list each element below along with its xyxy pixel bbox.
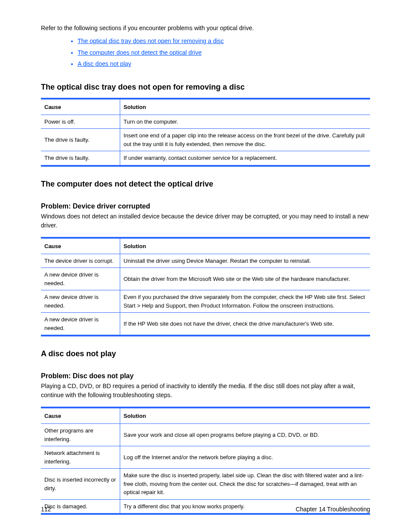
table-row: A new device driver is needed. Even if y… [41,290,370,313]
cell-solution: Even if you purchased the drive separate… [120,290,370,313]
cell-cause: The drive is faulty. [41,151,120,166]
cell-solution: Uninstall the driver using Device Manage… [120,254,370,268]
table-row: Other programs are interfering. Save you… [41,424,370,446]
table-row: Disc is inserted incorrectly or dirty. M… [41,469,370,500]
table-row: The device driver is corrupt. Uninstall … [41,254,370,268]
cell-solution: Insert one end of a paper clip into the … [120,129,370,151]
troubleshooting-table: Cause Solution The device driver is corr… [41,237,370,337]
cell-solution: If under warranty, contact customer serv… [120,151,370,166]
section-title: A disc does not play [41,349,370,358]
cell-cause: The device driver is corrupt. [41,254,120,268]
list-item: A disc does not play [78,58,370,70]
cell-solution: Save your work and close all open progra… [120,424,370,446]
problem-heading: Problem: Device driver corrupted [41,202,370,210]
col-header-solution: Solution [120,99,370,115]
col-header-solution: Solution [120,238,370,254]
col-header-cause: Cause [41,408,120,424]
table-row: The drive is faulty. Insert one end of a… [41,129,370,151]
table-row: A new device driver is needed. Obtain th… [41,268,370,290]
cell-cause: Disc is inserted incorrectly or dirty. [41,469,120,500]
table-row: Power is off. Turn on the computer. [41,115,370,129]
table-row: The drive is faulty. If under warranty, … [41,151,370,166]
cell-cause: The drive is faulty. [41,129,120,151]
table-header-row: Cause Solution [41,99,370,115]
page-number: 112 [41,506,51,513]
cell-cause: Other programs are interfering. [41,424,120,446]
chapter-title: Chapter 14 Troubleshooting [296,506,370,513]
troubleshooting-table: Cause Solution Other programs are interf… [41,407,370,515]
troubleshooting-table: Cause Solution Power is off. Turn on the… [41,98,370,167]
col-header-cause: Cause [41,238,120,254]
link-list: The optical disc tray does not open for … [41,35,370,70]
col-header-solution: Solution [120,408,370,424]
cell-cause: A new device driver is needed. [41,313,120,336]
table-header-row: Cause Solution [41,408,370,424]
table-row: A new device driver is needed. If the HP… [41,313,370,336]
section-title: The computer does not detect the optical… [41,180,370,189]
cell-solution: If the HP Web site does not have the dri… [120,313,370,336]
cell-solution: Make sure the disc is inserted properly,… [120,469,370,500]
table-row: Network attachment is interfering. Log o… [41,446,370,469]
cell-solution: Turn on the computer. [120,115,370,129]
cell-cause: A new device driver is needed. [41,290,120,313]
col-header-cause: Cause [41,99,120,115]
problem-heading: Problem: Disc does not play [41,372,370,380]
cell-cause: Disc is damaged. [41,499,120,514]
problem-description: Windows does not detect an installed dev… [41,212,370,230]
cell-solution: Obtain the driver from the Microsoft Web… [120,268,370,290]
cell-cause: Network attachment is interfering. [41,446,120,469]
section-title: The optical disc tray does not open for … [41,83,370,92]
list-item: The computer does not detect the optical… [78,47,370,59]
cell-solution: Log off the Internet and/or the network … [120,446,370,469]
link-optical-tray[interactable]: The optical disc tray does not open for … [78,37,224,44]
page-container: Refer to the following sections if you e… [0,0,411,532]
table-header-row: Cause Solution [41,238,370,254]
link-disc-not-play[interactable]: A disc does not play [78,60,131,67]
problem-description: Playing a CD, DVD, or BD requires a peri… [41,382,370,400]
cell-cause: Power is off. [41,115,120,129]
list-item: The optical disc tray does not open for … [78,35,370,47]
link-not-detect[interactable]: The computer does not detect the optical… [78,49,202,56]
intro-paragraph: Refer to the following sections if you e… [41,24,370,33]
cell-cause: A new device driver is needed. [41,268,120,290]
